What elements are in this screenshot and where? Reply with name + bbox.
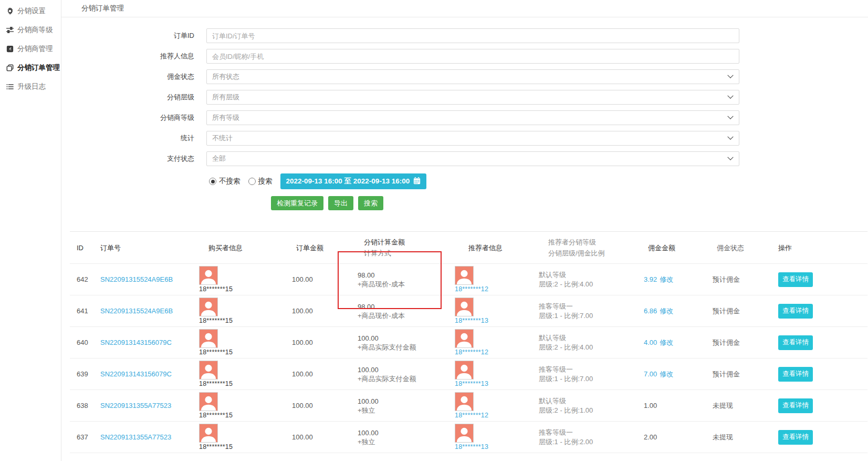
filter-form: 订单ID 推荐人信息 佣金状态 所有状态 分销层级 所有层级 分销商等级 所有等…: [61, 17, 868, 210]
referrer-avatar: [455, 361, 474, 380]
cell-order-amount: 100.00: [292, 370, 358, 378]
order-id-input[interactable]: [206, 28, 739, 43]
check-duplicates-button[interactable]: 检测重复记录: [271, 196, 323, 210]
cell-referrer-level: 推客等级一层级:1 - 比例:7.00: [539, 302, 644, 321]
search-button[interactable]: 搜索: [358, 196, 383, 210]
cell-calc: 100.00+独立: [358, 397, 455, 415]
sidebar-item-upgrade-log[interactable]: 升级日志: [0, 77, 61, 96]
sidebar-item-label: 分销商等级: [17, 25, 53, 35]
cell-commission: 1.00: [644, 402, 713, 409]
order-no-link[interactable]: SN22091315524A9E6B: [100, 307, 173, 315]
referrer-info-input[interactable]: [206, 49, 739, 64]
form-row-distribution-tier: 分销层级 所有层级: [61, 90, 868, 105]
cell-order-amount: 100.00: [292, 307, 358, 315]
order-no-link[interactable]: SN2209131355A77523: [100, 433, 171, 441]
form-row-referrer-info: 推荐人信息: [61, 49, 868, 64]
buyer-avatar: [199, 298, 218, 316]
form-row-statistics: 统计 不统计: [61, 131, 868, 146]
cell-referrer-level: 推客等级一层级:1 - 比例:7.00: [539, 365, 644, 384]
referrer-phone-link[interactable]: 18*******13: [455, 380, 539, 387]
distribution-tier-label: 分销层级: [61, 90, 194, 105]
order-no-link[interactable]: SN220913143156079C: [100, 339, 172, 346]
referrer-phone-link[interactable]: 18*******13: [455, 443, 539, 450]
buyer-phone: 18*******15: [199, 412, 292, 419]
commission-status-select[interactable]: 所有状态: [206, 69, 739, 84]
cell-calc: 98.00+商品现价-成本: [358, 302, 455, 320]
cell-calc: 100.00+独立: [358, 428, 455, 446]
radio-unselected-icon[interactable]: [248, 178, 256, 185]
sidebar-item-distribution-settings[interactable]: 分销设置: [0, 2, 61, 21]
cell-commission-status: 预计佣金: [713, 370, 778, 379]
cell-commission: 4.00修改: [644, 338, 713, 347]
chevron-down-icon: [727, 114, 733, 119]
selected-value: 全部: [212, 154, 226, 163]
header-order-amount: 订单金额: [296, 243, 358, 253]
statistics-select[interactable]: 不统计: [206, 131, 739, 146]
cell-commission: 7.00修改: [644, 370, 713, 379]
date-range-button[interactable]: 2022-09-13 16:00 至 2022-09-13 16:00: [280, 173, 427, 189]
buyer-avatar: [199, 329, 218, 348]
view-detail-button[interactable]: 查看详情: [778, 304, 813, 319]
table-row: 639 SN220913143156079C 18*******15 100.0…: [70, 358, 867, 390]
sidebar-item-distributor-management[interactable]: 分销商管理: [0, 39, 61, 58]
order-no-link[interactable]: SN22091315524A9E6B: [100, 275, 173, 283]
tabbar: 分销订单管理: [61, 0, 868, 17]
sidebar-item-distributor-level[interactable]: 分销商等级: [0, 21, 61, 39]
buyer-phone: 18*******15: [199, 443, 292, 450]
radio-search[interactable]: 搜索: [248, 177, 273, 186]
sidebar-item-distribution-orders[interactable]: 分销订单管理: [0, 58, 61, 77]
table-header: ID 订单号 购买者信息 订单金额 分销计算金额计算方式 推荐者信息 推荐者分销…: [70, 232, 867, 263]
cell-commission-status: 未提现: [713, 433, 778, 442]
table-row: 640 SN220913143156079C 18*******15 100.0…: [70, 326, 867, 358]
view-detail-button[interactable]: 查看详情: [778, 430, 813, 445]
modify-link[interactable]: 修改: [660, 370, 673, 378]
distribution-tier-select[interactable]: 所有层级: [206, 90, 739, 105]
modify-link[interactable]: 修改: [660, 339, 673, 346]
view-detail-button[interactable]: 查看详情: [778, 398, 813, 413]
buyer-avatar: [199, 361, 218, 380]
cell-commission-status: 预计佣金: [713, 275, 778, 284]
share-square-icon: [6, 45, 14, 53]
referrer-phone-link[interactable]: 18*******13: [455, 317, 539, 324]
selected-value: 不统计: [212, 134, 233, 143]
chevron-down-icon: [727, 73, 733, 78]
tab-distribution-orders[interactable]: 分销订单管理: [81, 4, 124, 13]
cell-id: 639: [70, 370, 100, 378]
header-calc-amount: 分销计算金额计算方式: [358, 238, 455, 258]
referrer-phone-link[interactable]: 18*******12: [455, 285, 539, 293]
table-row: 637 SN2209131355A77523 18*******15 100.0…: [70, 421, 867, 453]
order-no-link[interactable]: SN220913143156079C: [100, 370, 172, 378]
referrer-phone-link[interactable]: 18*******12: [455, 412, 539, 419]
order-no-link[interactable]: SN2209131355A77523: [100, 402, 171, 409]
selected-value: 所有等级: [212, 113, 239, 122]
date-range-text: 2022-09-13 16:00 至 2022-09-13 16:00: [286, 177, 410, 186]
radio-no-search[interactable]: 不搜索: [209, 177, 240, 186]
cell-commission-status: 未提现: [713, 401, 778, 411]
radio-selected-icon[interactable]: [209, 178, 216, 185]
distributor-level-select[interactable]: 所有等级: [206, 110, 739, 125]
referrer-avatar: [455, 298, 474, 316]
modify-link[interactable]: 修改: [660, 307, 673, 315]
referrer-phone-link[interactable]: 18*******12: [455, 349, 539, 356]
header-commission-amount: 佣金金额: [648, 243, 713, 253]
commission-amount: 4.00: [644, 339, 657, 346]
statistics-label: 统计: [61, 131, 194, 146]
table-row: 641 SN22091315524A9E6B 18*******15 100.0…: [70, 295, 867, 326]
view-detail-button[interactable]: 查看详情: [778, 367, 813, 382]
form-row-payment-status: 支付状态 全部: [61, 151, 868, 166]
modify-link[interactable]: 修改: [660, 275, 673, 283]
view-detail-button[interactable]: 查看详情: [778, 272, 813, 287]
main-content: 分销订单管理 订单ID 推荐人信息 佣金状态 所有状态 分销层级 所有层级: [61, 0, 868, 461]
referrer-info-label: 推荐人信息: [61, 49, 194, 64]
cell-order-amount: 100.00: [292, 433, 358, 441]
cell-id: 642: [70, 275, 100, 283]
payment-status-select[interactable]: 全部: [206, 151, 739, 166]
export-button[interactable]: 导出: [328, 196, 353, 210]
view-detail-button[interactable]: 查看详情: [778, 335, 813, 350]
cell-referrer-level: 默认等级层级:2 - 比例:4.00: [539, 333, 644, 352]
action-buttons-row: 检测重复记录 导出 搜索: [61, 196, 868, 210]
buyer-phone: 18*******15: [199, 349, 292, 356]
buyer-phone: 18*******15: [199, 285, 292, 293]
commission-amount: 6.86: [644, 307, 657, 315]
cell-id: 637: [70, 433, 100, 441]
